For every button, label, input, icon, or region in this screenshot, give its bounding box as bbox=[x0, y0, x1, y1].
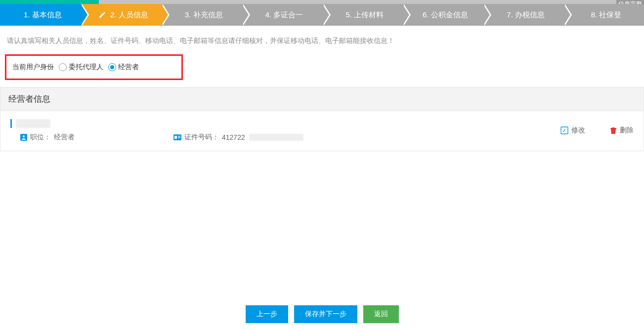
step-label: 6. 公积金信息 bbox=[423, 10, 468, 20]
section-header: 经营者信息 bbox=[0, 87, 644, 111]
name-accent-bar bbox=[10, 119, 12, 128]
position-value: 经营者 bbox=[54, 133, 75, 142]
step-personnel-info[interactable]: 2. 人员信息 bbox=[81, 4, 161, 26]
step-label: 1. 基本信息 bbox=[24, 10, 62, 20]
radio-operator[interactable]: 经营者 bbox=[108, 63, 139, 72]
position-item: 职位：经营者 bbox=[20, 133, 75, 142]
radio-agent[interactable]: 委托代理人 bbox=[59, 63, 103, 72]
pencil-icon bbox=[98, 11, 106, 19]
section-title: 经营者信息 bbox=[8, 93, 636, 105]
role-selector: 当前用户身份 委托代理人 经营者 bbox=[5, 54, 183, 80]
progress-bar: 信息完整 bbox=[0, 0, 644, 4]
radio-icon bbox=[59, 63, 67, 71]
step-multi-cert[interactable]: 4. 多证合一 bbox=[242, 4, 322, 26]
trash-icon bbox=[610, 126, 617, 134]
step-supplement[interactable]: 3. 补充信息 bbox=[161, 4, 242, 26]
svg-point-1 bbox=[23, 135, 25, 137]
step-basic-info[interactable]: 1. 基本信息 bbox=[0, 4, 81, 26]
svg-rect-4 bbox=[178, 136, 180, 137]
id-item: 证件号码：412722 bbox=[173, 133, 303, 142]
delete-button[interactable]: 删除 bbox=[610, 126, 634, 135]
role-label: 当前用户身份 bbox=[12, 63, 54, 72]
step-nav: 1. 基本信息 2. 人员信息 3. 补充信息 4. 多证合一 5. 上传材料 … bbox=[0, 4, 644, 26]
step-social[interactable]: 8. 社保登 bbox=[563, 4, 644, 26]
radio-icon bbox=[108, 63, 116, 71]
id-label: 证件号码： bbox=[184, 133, 219, 142]
edit-icon bbox=[560, 126, 568, 134]
step-label: 3. 补充信息 bbox=[185, 10, 223, 20]
radio-label: 委托代理人 bbox=[69, 63, 103, 72]
person-name-row bbox=[10, 119, 560, 128]
radio-label: 经营者 bbox=[118, 63, 139, 72]
id-prefix: 412722 bbox=[222, 133, 245, 141]
step-label: 5. 上传材料 bbox=[346, 10, 384, 20]
instruction-text: 请认真填写相关人员信息，姓名、证件号码、移动电话、电子邮箱等信息请仔细核对，并保… bbox=[0, 26, 644, 51]
step-label: 4. 多证合一 bbox=[265, 10, 303, 20]
progress-fill bbox=[0, 0, 99, 4]
step-upload[interactable]: 5. 上传材料 bbox=[322, 4, 403, 26]
step-label: 2. 人员信息 bbox=[110, 10, 148, 20]
delete-label: 删除 bbox=[620, 126, 634, 135]
id-card-icon bbox=[173, 134, 181, 140]
svg-rect-3 bbox=[174, 136, 177, 139]
edit-button[interactable]: 修改 bbox=[560, 126, 585, 135]
id-redacted bbox=[249, 134, 303, 141]
step-tax[interactable]: 7. 办税信息 bbox=[483, 4, 563, 26]
position-label: 职位： bbox=[30, 133, 51, 142]
edit-label: 修改 bbox=[571, 126, 585, 135]
person-name-redacted bbox=[16, 119, 50, 128]
step-label: 8. 社保登 bbox=[591, 10, 622, 20]
step-fund[interactable]: 6. 公积金信息 bbox=[402, 4, 483, 26]
person-card: 职位：经营者 证件号码：412722 修改 删除 bbox=[0, 111, 644, 151]
person-icon bbox=[20, 134, 27, 141]
step-label: 7. 办税信息 bbox=[507, 10, 545, 20]
svg-rect-5 bbox=[178, 137, 180, 138]
